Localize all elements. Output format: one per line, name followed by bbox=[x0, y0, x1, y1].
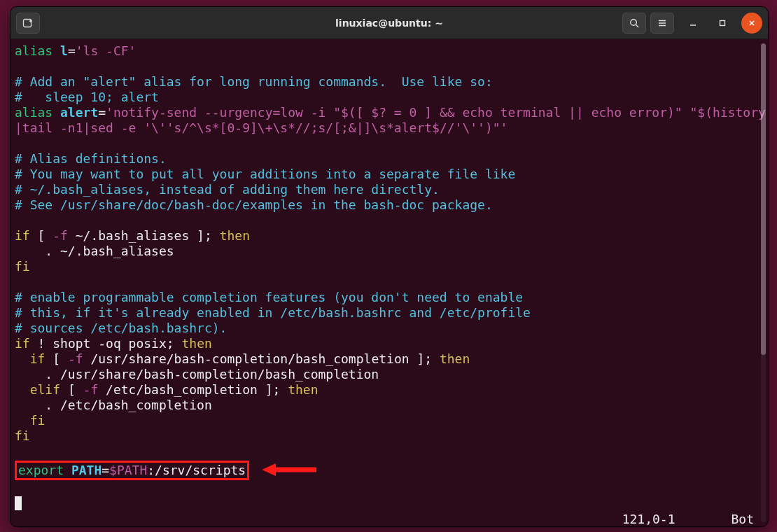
svg-marker-13 bbox=[262, 463, 276, 476]
if-body: . /usr/share/bash-completion/bash_comple… bbox=[15, 367, 379, 382]
fi-kw: fi bbox=[15, 428, 30, 443]
maximize-button[interactable] bbox=[712, 13, 733, 34]
then-kw: then bbox=[181, 336, 211, 351]
if-kw: if bbox=[15, 228, 30, 243]
minimize-icon bbox=[689, 19, 697, 27]
terminal-window: linuxiac@ubuntu: ~ alias l='ls -CF' # Ad… bbox=[10, 6, 769, 527]
menu-button[interactable] bbox=[650, 13, 674, 34]
elif-kw: elif bbox=[15, 382, 60, 397]
alias-name: l bbox=[60, 43, 68, 58]
search-button[interactable] bbox=[622, 13, 646, 34]
scrollbar-thumb[interactable] bbox=[761, 43, 766, 355]
vim-status-line: 121,0-1 Bot bbox=[15, 512, 768, 527]
alias-kw: alias bbox=[15, 105, 52, 120]
if-kw: if bbox=[15, 336, 30, 351]
arrow-left-icon bbox=[262, 462, 318, 477]
new-tab-icon bbox=[22, 18, 34, 29]
if-kw: if bbox=[15, 351, 45, 366]
fi-kw: fi bbox=[15, 259, 30, 274]
alias-name: alert bbox=[60, 105, 98, 120]
alias-value: 'ls -CF' bbox=[76, 43, 136, 58]
alias-kw: alias bbox=[15, 43, 52, 58]
maximize-icon bbox=[718, 19, 727, 27]
comment: # You may want to put all your additions… bbox=[15, 167, 515, 181]
cursor bbox=[15, 496, 22, 510]
then-kw: then bbox=[440, 351, 470, 366]
minimize-button[interactable] bbox=[682, 13, 704, 34]
comment: # sources /etc/bash.bashrc). bbox=[15, 321, 227, 335]
highlighted-export-line: export PATH=$PATH:/srv/scripts bbox=[15, 461, 249, 480]
comment: # enable programmable completion feature… bbox=[15, 290, 523, 304]
comment: # Alias definitions. bbox=[15, 151, 167, 166]
menu-icon bbox=[657, 18, 668, 29]
if-body: . ~/.bash_aliases bbox=[15, 244, 174, 258]
comment: # this, if it's already enabled in /etc/… bbox=[15, 305, 531, 320]
export-suffix: :/srv/scripts bbox=[147, 463, 246, 477]
fi-kw: fi bbox=[15, 413, 45, 428]
svg-rect-0 bbox=[24, 19, 31, 27]
export-var: PATH bbox=[71, 463, 102, 477]
export-kw: export bbox=[18, 463, 64, 477]
scrollbar[interactable] bbox=[761, 43, 766, 522]
cursor-position: 121,0-1 bbox=[622, 512, 676, 527]
then-kw: then bbox=[288, 382, 318, 397]
terminal-body[interactable]: alias l='ls -CF' # Add an "alert" alias … bbox=[10, 39, 768, 526]
new-tab-button[interactable] bbox=[16, 13, 40, 34]
svg-rect-9 bbox=[720, 20, 725, 25]
comment: # sleep 10; alert bbox=[15, 90, 159, 104]
annotation-arrow bbox=[262, 462, 318, 481]
comment: # ~/.bash_aliases, instead of adding the… bbox=[15, 182, 440, 197]
then-kw: then bbox=[220, 228, 250, 243]
search-icon bbox=[629, 18, 640, 29]
editor-content: alias l='ls -CF' # Add an "alert" alias … bbox=[15, 43, 768, 512]
comment: # See /usr/share/doc/bash-doc/examples i… bbox=[15, 197, 493, 212]
svg-line-4 bbox=[636, 24, 638, 27]
close-button[interactable] bbox=[741, 13, 762, 34]
scroll-position: Bot bbox=[731, 512, 754, 527]
comment: # Add an "alert" alias for long running … bbox=[15, 74, 493, 89]
svg-point-3 bbox=[631, 19, 637, 25]
elif-body: . /etc/bash_completion bbox=[15, 398, 212, 412]
close-icon bbox=[748, 19, 756, 27]
titlebar: linuxiac@ubuntu: ~ bbox=[10, 7, 768, 39]
export-val: $PATH bbox=[109, 463, 147, 477]
